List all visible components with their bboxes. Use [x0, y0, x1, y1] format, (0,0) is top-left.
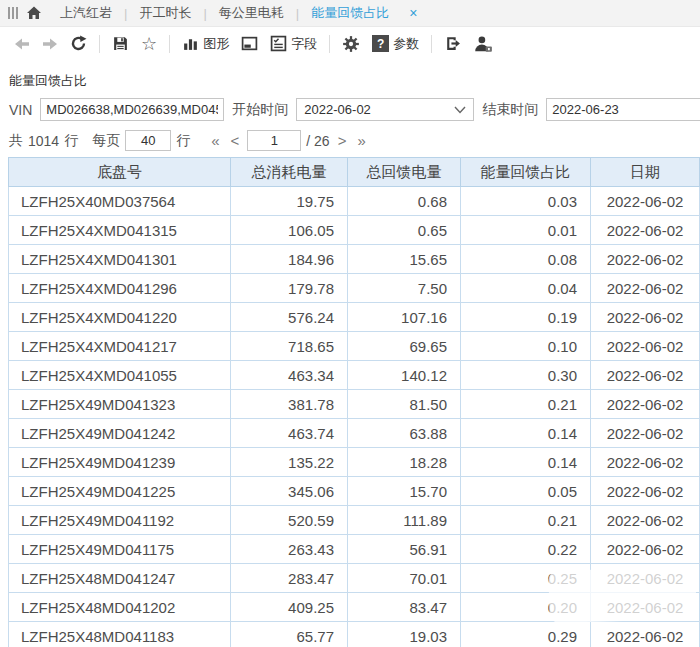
table-header-row: 底盘号 总消耗电量 总回馈电量 能量回馈占比 日期: [9, 158, 700, 187]
table-row[interactable]: LZFH25X4XMD041217718.6569.650.102022-06-…: [9, 332, 700, 361]
consumed-cell: 463.74: [231, 419, 348, 448]
table-row[interactable]: LZFH25X4XMD041220576.24107.160.192022-06…: [9, 303, 700, 332]
table-row[interactable]: LZFH25X49MD041175263.4356.910.222022-06-…: [9, 535, 700, 564]
table-row[interactable]: LZFH25X49MD041225345.0615.700.052022-06-…: [9, 477, 700, 506]
star-icon: ☆: [141, 35, 157, 53]
ratio-cell: 0.21: [461, 390, 591, 419]
table-row[interactable]: LZFH25X4XMD041315106.050.650.012022-06-0…: [9, 216, 700, 245]
chassis-cell: LZFH25X4XMD041055: [9, 361, 231, 390]
chevron-down-icon: [454, 106, 466, 114]
page-count-label: / 26: [306, 133, 329, 149]
chassis-cell: LZFH25X48MD041247: [9, 564, 231, 593]
window-icon: [241, 35, 258, 52]
back-button[interactable]: [8, 31, 36, 57]
per-page-suffix: 行: [176, 132, 190, 150]
forward-button[interactable]: [36, 31, 64, 57]
tab-work-duration[interactable]: 开工时长: [127, 4, 203, 22]
user-button[interactable]: [467, 31, 499, 57]
table-row[interactable]: LZFH25X49MD041192520.59111.890.212022-06…: [9, 506, 700, 535]
date-cell: 2022-06-02: [591, 506, 700, 535]
params-button[interactable]: ? 参数: [366, 31, 425, 57]
toolbar-divider: [329, 35, 330, 53]
ratio-cell: 0.03: [461, 187, 591, 216]
save-button[interactable]: [106, 31, 135, 57]
chassis-cell: LZFH25X49MD041323: [9, 390, 231, 419]
feedback-cell: 81.50: [348, 390, 461, 419]
end-time-label: 结束时间: [482, 101, 538, 119]
favorite-button[interactable]: ☆: [135, 31, 163, 57]
feedback-cell: 70.01: [348, 564, 461, 593]
chassis-cell: LZFH25X4XMD041220: [9, 303, 231, 332]
menu-icon[interactable]: [8, 7, 18, 19]
consumed-cell: 179.78: [231, 274, 348, 303]
date-cell: 2022-06-02: [591, 622, 700, 647]
tab-energy-feedback-ratio[interactable]: 能量回馈占比: [299, 4, 401, 22]
date-cell: 2022-06-02: [591, 390, 700, 419]
header-total-feedback[interactable]: 总回馈电量: [348, 158, 461, 187]
chassis-cell: LZFH25X4XMD041296: [9, 274, 231, 303]
panel-button[interactable]: [235, 31, 264, 57]
header-chassis-number[interactable]: 底盘号: [9, 158, 231, 187]
per-page-input[interactable]: [125, 130, 171, 151]
chassis-cell: LZFH25X48MD041183: [9, 622, 231, 647]
chart-button[interactable]: 图形: [176, 31, 235, 57]
consumed-cell: 184.96: [231, 245, 348, 274]
table-row[interactable]: LZFH25X49MD041323381.7881.500.212022-06-…: [9, 390, 700, 419]
ratio-cell: 0.04: [461, 274, 591, 303]
export-button[interactable]: [438, 31, 467, 57]
gear-icon: [342, 35, 360, 53]
filter-row: VIN 开始时间 2022-06-02 结束时间: [9, 98, 700, 121]
settings-button[interactable]: [336, 31, 366, 57]
chassis-cell: LZFH25X4XMD041315: [9, 216, 231, 245]
date-cell: 2022-06-02: [591, 361, 700, 390]
vin-label: VIN: [9, 102, 32, 118]
tab-close-icon[interactable]: ×: [403, 5, 423, 21]
toolbar-divider: [431, 35, 432, 53]
date-cell: 2022-06-02: [591, 216, 700, 245]
ratio-cell: 0.10: [461, 332, 591, 361]
tab-energy-per-km[interactable]: 每公里电耗: [207, 4, 296, 22]
chassis-cell: LZFH25X4XMD041301: [9, 245, 231, 274]
chassis-cell: LZFH25X4XMD041217: [9, 332, 231, 361]
header-total-consumed[interactable]: 总消耗电量: [231, 158, 348, 187]
first-page-button[interactable]: «: [208, 132, 222, 149]
toolbar: ☆ 图形 字段: [0, 27, 700, 60]
ratio-cell: 0.08: [461, 245, 591, 274]
current-page-input[interactable]: [247, 130, 301, 151]
table-row[interactable]: LZFH25X49MD041239135.2218.280.142022-06-…: [9, 448, 700, 477]
consumed-cell: 409.25: [231, 593, 348, 622]
date-cell: 2022-06-02: [591, 332, 700, 361]
feedback-cell: 56.91: [348, 535, 461, 564]
header-date[interactable]: 日期: [591, 158, 700, 187]
table-row[interactable]: LZFH25X40MD03756419.750.680.032022-06-02: [9, 187, 700, 216]
tab-saic-hongyan[interactable]: 上汽红岩: [48, 4, 124, 22]
consumed-cell: 345.06: [231, 477, 348, 506]
chassis-cell: LZFH25X49MD041242: [9, 419, 231, 448]
table-row[interactable]: LZFH25X49MD041242463.7463.880.142022-06-…: [9, 419, 700, 448]
prev-page-button[interactable]: <: [228, 132, 243, 149]
total-rows-value: 1014: [28, 133, 59, 149]
consumed-cell: 718.65: [231, 332, 348, 361]
home-icon[interactable]: [26, 5, 42, 21]
header-feedback-ratio[interactable]: 能量回馈占比: [461, 158, 591, 187]
vin-input[interactable]: [40, 98, 224, 121]
table-row[interactable]: LZFH25X48MD04118365.7719.030.292022-06-0…: [9, 622, 700, 647]
table-row[interactable]: LZFH25X4XMD041301184.9615.650.082022-06-…: [9, 245, 700, 274]
feedback-cell: 83.47: [348, 593, 461, 622]
start-time-select[interactable]: 2022-06-02: [296, 98, 474, 121]
table-row[interactable]: LZFH25X4XMD041055463.34140.120.302022-06…: [9, 361, 700, 390]
fields-button[interactable]: 字段: [264, 31, 323, 57]
ratio-cell: 0.22: [461, 535, 591, 564]
ratio-cell: 0.29: [461, 622, 591, 647]
arrow-right-icon: [42, 36, 58, 52]
table-row[interactable]: LZFH25X4XMD041296179.787.500.042022-06-0…: [9, 274, 700, 303]
refresh-button[interactable]: [64, 31, 93, 57]
pagination-bar: 共 1014 行 每页 行 « < / 26 > »: [9, 130, 700, 151]
feedback-cell: 0.68: [348, 187, 461, 216]
feedback-cell: 63.88: [348, 419, 461, 448]
feedback-cell: 140.12: [348, 361, 461, 390]
last-page-button[interactable]: »: [354, 132, 368, 149]
next-page-button[interactable]: >: [335, 132, 350, 149]
consumed-cell: 135.22: [231, 448, 348, 477]
end-time-input[interactable]: [546, 98, 700, 121]
